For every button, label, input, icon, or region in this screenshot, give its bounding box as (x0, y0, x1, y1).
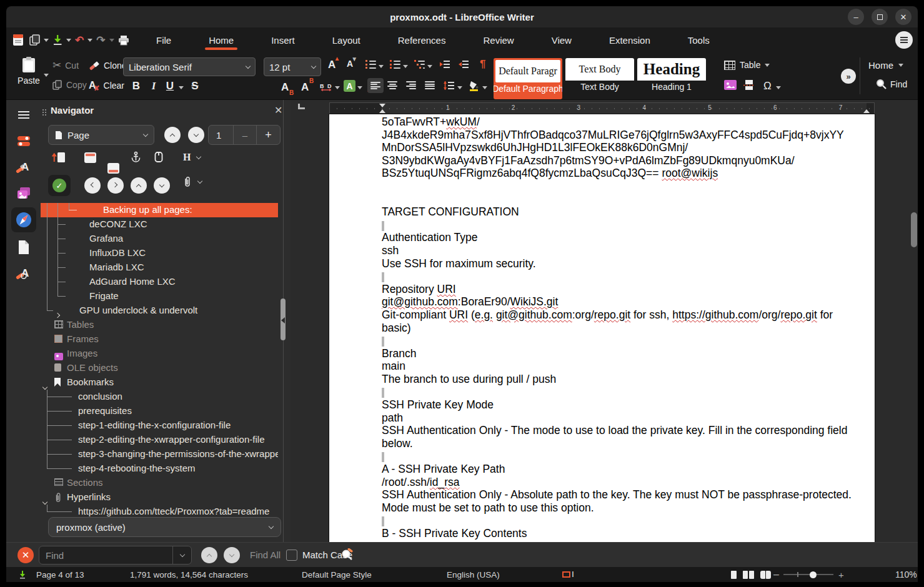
tree-item[interactable]: Grafana (41, 232, 278, 246)
insert-page-break-button[interactable] (743, 79, 755, 93)
menu-tab-home[interactable]: Home (190, 27, 252, 52)
minimize-button[interactable]: – (848, 9, 864, 25)
font-size-combobox[interactable]: 12 pt (264, 57, 321, 76)
menu-tab-layout[interactable]: Layout (314, 27, 379, 52)
sidebar-properties-button[interactable] (15, 132, 32, 150)
match-case-checkbox[interactable] (286, 550, 297, 561)
text-direction-dropdown-arrow[interactable] (335, 86, 340, 89)
sidebar-page-button[interactable] (15, 239, 32, 256)
line-spacing-dropdown-arrow[interactable] (457, 86, 462, 89)
underline-dropdown-arrow[interactable] (179, 86, 184, 89)
style-preview-text-body[interactable]: Text BodyText Body (565, 58, 634, 99)
menu-tab-references[interactable]: References (379, 27, 465, 52)
sidebar-navigator-button[interactable] (11, 207, 36, 232)
sidebar-styles-button[interactable]: A (15, 159, 32, 176)
highlight-color-button[interactable]: A (344, 80, 355, 92)
paste-button[interactable]: Paste (15, 56, 42, 86)
paragraph-background-button[interactable] (469, 80, 480, 94)
outline-list-dropdown-arrow[interactable] (427, 65, 432, 68)
content-navigation-toggle[interactable]: ✓ (48, 175, 71, 196)
redo-icon[interactable]: ↷ (95, 31, 106, 49)
insert-table-button[interactable]: Table (724, 60, 770, 70)
tree-item[interactable]: Hyperlinks (41, 490, 278, 505)
header-button[interactable] (84, 152, 96, 163)
align-right-button[interactable] (406, 81, 416, 89)
menu-tab-view[interactable]: View (533, 27, 590, 52)
sidebar-style-inspector-button[interactable]: A (15, 265, 32, 282)
multi-page-view-button[interactable] (743, 571, 754, 579)
horizontal-ruler[interactable]: 1234567 (329, 102, 875, 114)
tree-item[interactable]: Bookmarks (41, 375, 278, 390)
menu-tab-extension[interactable]: Extension (590, 27, 669, 52)
tree-item[interactable]: conclusion (41, 390, 278, 404)
special-character-button[interactable]: Ω (763, 81, 772, 91)
style-preview-heading-1[interactable]: HeadingHeading 1 (637, 58, 706, 99)
insert-image-button[interactable] (724, 80, 737, 92)
first-line-indent-marker[interactable] (379, 104, 385, 107)
bold-button[interactable]: B (130, 80, 142, 92)
navigation-toolbox-button[interactable] (52, 151, 66, 166)
save-dropdown-arrow[interactable] (66, 39, 71, 42)
sidebar-menu-button[interactable] (15, 106, 32, 124)
close-button[interactable]: ✕ (895, 9, 912, 25)
menu-tab-file[interactable]: File (137, 27, 190, 52)
tree-item[interactable]: prerequisites (41, 404, 278, 418)
menu-tab-review[interactable]: Review (464, 27, 532, 52)
find-toolbar-button[interactable]: Find (876, 79, 907, 89)
superscript-button[interactable]: AB (301, 81, 309, 94)
clear-formatting-button[interactable]: A✘ Clear (89, 80, 124, 91)
toolbar-mode-selector[interactable]: Home (868, 60, 903, 71)
menu-tab-tools[interactable]: Tools (669, 27, 728, 52)
word-count-status[interactable]: 1,791 words, 14,564 characters (130, 567, 248, 582)
clone-formatting-button[interactable]: Clone (89, 60, 127, 71)
tree-item[interactable]: Tables (41, 318, 278, 332)
new-document-icon[interactable] (27, 31, 41, 49)
page-number-increment[interactable]: + (257, 126, 280, 144)
zoom-slider[interactable] (783, 567, 833, 582)
page-number-decrement[interactable]: – (234, 126, 257, 144)
footer-button[interactable] (107, 163, 119, 174)
page-count-status[interactable]: Page 4 of 13 (36, 567, 84, 582)
tree-item[interactable]: Frigate (41, 289, 278, 303)
tree-item[interactable]: deCONZ LXC (41, 217, 278, 232)
italic-button[interactable]: I (147, 80, 160, 92)
paragraph-background-dropdown-arrow[interactable] (482, 86, 487, 89)
forward-button[interactable] (107, 177, 124, 194)
page-number-spinner[interactable]: 1 – + (208, 125, 281, 145)
tree-item[interactable]: OLE objects (41, 361, 278, 375)
menubar-overflow-button[interactable] (895, 31, 913, 49)
find-history-dropdown[interactable] (172, 546, 191, 564)
zoom-slider-thumb[interactable] (810, 571, 817, 578)
navigator-close-icon[interactable]: ✕ (274, 104, 282, 116)
formatting-marks-button[interactable]: ¶ (480, 59, 485, 69)
increase-indent-button[interactable] (440, 60, 450, 71)
tree-item[interactable]: step-3-changing-the-permissions-of-the-x… (41, 447, 278, 461)
tab-stop-selector[interactable] (298, 104, 305, 109)
tree-item[interactable]: Frames (41, 332, 278, 347)
zoom-in-button[interactable]: + (838, 567, 844, 582)
heading-levels-button[interactable]: H (183, 152, 201, 163)
find-input[interactable] (39, 550, 172, 561)
copy-button[interactable]: Copy (52, 80, 87, 90)
save-icon[interactable] (51, 31, 64, 49)
single-page-view-button[interactable] (731, 571, 737, 579)
strikethrough-button[interactable]: S (189, 80, 201, 92)
anchor-button[interactable] (131, 151, 141, 165)
maximize-button[interactable] (872, 9, 888, 25)
previous-page-button[interactable] (164, 127, 181, 143)
new-dropdown-arrow[interactable] (44, 39, 49, 42)
zoom-out-button[interactable]: – (773, 567, 779, 582)
increase-font-size-button[interactable]: A▲ (328, 59, 335, 71)
document-scrollbar-thumb[interactable] (911, 212, 917, 247)
ordered-list-dropdown-arrow[interactable] (403, 65, 408, 68)
right-indent-marker[interactable] (863, 109, 870, 113)
selection-mode-status[interactable]: Ⅰ (562, 567, 574, 582)
underline-button[interactable]: U (164, 80, 176, 92)
left-indent-marker[interactable] (379, 109, 385, 113)
tree-item[interactable]: AdGuard Home LXC (41, 275, 278, 289)
decrease-font-size-button[interactable]: A▼ (347, 59, 353, 69)
align-left-button[interactable] (367, 78, 384, 93)
find-and-replace-button[interactable] (341, 548, 354, 564)
document-page[interactable]: 5oTaFwvRT+wkUM/J4B4xkdeR9mha7Sxf8HjVThfr… (329, 114, 875, 542)
align-center-button[interactable] (387, 81, 397, 89)
